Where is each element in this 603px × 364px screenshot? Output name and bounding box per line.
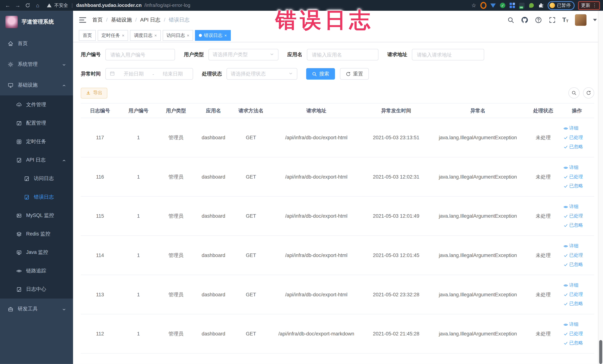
export-button[interactable]: 导出 [81,88,107,98]
extension-grid-icon[interactable] [509,2,515,8]
search-icon[interactable] [507,16,514,23]
table-toolbar: 导出 [81,87,594,98]
close-icon[interactable]: × [224,33,227,38]
sidebar-item-mysql-monitor[interactable]: MySQL 监控 [0,206,73,225]
user-menu-caret-icon[interactable] [593,19,597,21]
cell-exception-name: java.lang.IllegalArgumentException [429,118,527,157]
log-edit-icon [16,286,22,292]
refresh-icon [346,71,351,76]
breadcrumb-api-log[interactable]: API 日志 [140,16,160,23]
ignored-link[interactable]: 已忽略 [563,143,583,150]
help-icon[interactable] [534,16,542,23]
sidebar-item-access-log[interactable]: 访问日志 [0,169,73,188]
user-avatar[interactable] [575,14,587,26]
sidebar-item-java-monitor[interactable]: Java 监控 [0,243,73,262]
close-icon[interactable]: × [154,33,157,38]
detail-link[interactable]: 详细 [563,243,578,249]
processed-link[interactable]: 已处理 [563,174,583,180]
sidebar-item-redis-monitor[interactable]: Redis 监控 [0,225,73,243]
browser-home-button[interactable]: ⌂ [33,1,42,10]
toggle-search-button[interactable] [568,87,580,98]
chevron-down-icon [269,51,274,58]
extension-on-badge-icon[interactable]: on [519,2,525,8]
search-button[interactable]: 搜索 [306,68,335,80]
date-range-picker[interactable]: 开始日期 - 结束日期 [105,68,193,80]
cell-user-type: 管理员 [158,236,194,275]
breadcrumb-infrastructure[interactable]: 基础设施 [111,16,132,23]
browser-reload-button[interactable] [23,1,32,10]
breadcrumb-home[interactable]: 首页 [92,16,103,23]
processed-link[interactable]: 已处理 [563,252,583,258]
detail-link[interactable]: 详细 [563,204,578,210]
ignored-link[interactable]: 已忽略 [563,222,583,228]
collapse-sidebar-icon[interactable] [79,17,86,23]
sidebar-item-system-mgmt[interactable]: 系统管理 [0,54,73,75]
table-header-row: 日志编号 用户编号 用户类型 应用名 请求方法名 请求地址 异常发生时间 异常名… [81,103,594,118]
close-icon[interactable]: × [187,33,189,38]
update-label: 更新 [581,2,590,9]
github-icon[interactable] [521,16,528,23]
font-size-icon[interactable]: TT [562,17,568,23]
page-scrollbar[interactable] [598,11,603,364]
detail-link[interactable]: 详细 [563,282,578,289]
browser-back-button[interactable]: ← [3,1,12,10]
app-logo-row[interactable]: 芋道管理系统 [0,11,73,33]
sidebar-item-config-mgmt[interactable]: 配置管理 [0,114,73,132]
refresh-table-button[interactable] [583,87,594,98]
user-id-input-wrap [105,49,175,60]
sidebar-item-api-log[interactable]: API 日志 [0,151,73,169]
browser-forward-button[interactable]: → [13,1,23,10]
ignored-link[interactable]: 已忽略 [563,261,583,268]
chevron-down-icon [289,70,293,77]
filter-row-1: 用户编号 用户类型 请选择用户类型 应用名 [81,49,594,60]
request-url-input[interactable] [416,51,480,58]
sidebar-item-label: Redis 监控 [26,231,50,237]
close-icon[interactable]: × [122,33,124,38]
sidebar-item-dev-tools[interactable]: 研发工具 [0,299,73,319]
tag-home[interactable]: 首页 [79,30,96,41]
processed-link[interactable]: 已处理 [563,291,583,298]
eye-icon [16,268,22,274]
extensions-puzzle-icon[interactable] [538,2,544,8]
user-type-select[interactable]: 请选择用户类型 [208,49,278,60]
cell-user-type: 管理员 [158,314,194,353]
paused-extension-button[interactable]: 已暂停 [548,1,574,10]
tag-scheduled-jobs[interactable]: 定时任务× [98,30,128,41]
detail-link[interactable]: 详细 [563,164,578,171]
ignored-link[interactable]: 已忽略 [563,183,583,189]
processed-link[interactable]: 已处理 [563,134,583,141]
detail-link[interactable]: 详细 [563,125,578,131]
bookmark-star-icon[interactable]: ☆ [471,2,477,8]
detail-link[interactable]: 详细 [563,321,578,328]
scrollbar-thumb[interactable] [599,340,602,364]
app-name-input[interactable] [311,51,374,58]
user-id-input[interactable] [110,51,171,58]
tag-error-log[interactable]: 错误日志× [195,30,231,41]
ignored-link[interactable]: 已忽略 [563,340,583,346]
extension-blue-shield-icon[interactable] [490,2,496,8]
tag-schedule-log[interactable]: 调度日志× [130,30,161,41]
processed-link[interactable]: 已处理 [563,213,583,219]
processed-link[interactable]: 已处理 [563,330,583,337]
sidebar-item-tracing[interactable]: 链路追踪 [0,262,73,280]
sidebar-item-error-log[interactable]: 错误日志 [0,188,73,206]
reset-button[interactable]: 重置 [340,68,369,80]
sidebar-item-scheduled-jobs[interactable]: 定时任务 [0,132,73,151]
more-menu-icon[interactable]: ⋮ [592,3,597,8]
ignored-link[interactable]: 已忽略 [563,300,583,307]
sidebar-item-infrastructure[interactable]: 基础设施 [0,75,73,95]
cell-user-id: 1 [119,314,158,353]
sidebar-item-home[interactable]: 首页 [0,33,73,54]
fullscreen-icon[interactable] [548,16,556,23]
sidebar-item-file-mgmt[interactable]: 文件管理 [0,95,73,114]
cell-log-id: 112 [81,314,119,353]
address-bar[interactable]: 不安全 | dashboard.yudao.iocoder.cn/infra/l… [47,2,470,9]
tag-access-log[interactable]: 访问日志× [162,30,193,41]
sidebar-item-log-center[interactable]: 日志中心 [0,280,73,299]
browser-update-button[interactable]: 更新 ⋮ [578,1,600,10]
extension-sprout-icon[interactable] [529,2,534,8]
process-status-select[interactable]: 请选择处理状态 [227,68,297,80]
display-icon [16,249,22,255]
extension-orange-ring-icon[interactable] [480,2,487,8]
extension-green-check-icon[interactable]: ✓ [499,2,506,8]
